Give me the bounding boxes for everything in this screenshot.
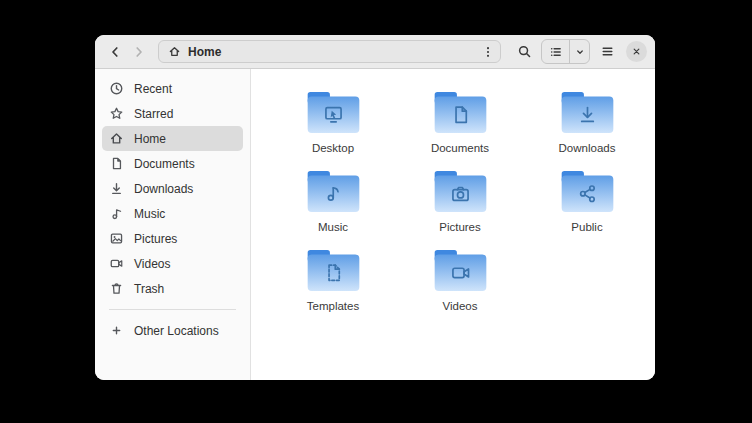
folder-tile-desktop[interactable]: Desktop [277,83,389,162]
folder-icon [559,168,616,215]
kebab-menu-icon [481,45,495,59]
folder-tile-pictures[interactable]: Pictures [404,162,516,241]
main-menu-button[interactable] [595,40,619,64]
folder-name: Documents [431,142,489,154]
folder-tile-documents[interactable]: Documents [404,83,516,162]
plus-icon [109,323,124,338]
sidebar: Recent Starred Home Documents [95,69,251,380]
path-label: Home [188,45,221,59]
file-browser-content[interactable]: Desktop Documents [251,69,655,380]
path-menu-button[interactable] [478,42,498,62]
files-window: Home [95,35,655,380]
picture-icon [109,231,124,246]
main-area: Recent Starred Home Documents [95,69,655,380]
folder-tile-templates[interactable]: Templates [277,241,389,320]
sidebar-item-trash[interactable]: Trash [102,276,243,301]
sidebar-separator [109,309,236,310]
sidebar-item-label: Other Locations [134,324,219,338]
folder-name: Music [318,221,348,233]
sidebar-item-label: Home [134,132,166,146]
folder-name: Public [571,221,602,233]
sidebar-item-documents[interactable]: Documents [102,151,243,176]
folder-name: Videos [443,300,478,312]
sidebar-item-music[interactable]: Music [102,201,243,226]
view-toggle-button[interactable] [542,40,570,63]
path-bar[interactable]: Home [158,40,501,63]
music-note-icon [109,206,124,221]
sidebar-item-other-locations[interactable]: Other Locations [102,318,243,343]
close-button[interactable] [626,41,647,62]
folder-icon [432,247,489,294]
document-icon [109,156,124,171]
forward-button[interactable] [127,40,151,64]
folder-icon [305,247,362,294]
search-icon [517,44,532,59]
sidebar-item-label: Pictures [134,232,177,246]
chevron-left-icon [107,44,123,60]
folder-name: Desktop [312,142,354,154]
chevron-down-icon [574,46,586,58]
list-view-icon [549,45,563,59]
folder-tile-music[interactable]: Music [277,162,389,241]
folder-icon [559,89,616,136]
folder-name: Templates [307,300,359,312]
download-icon [109,181,124,196]
sidebar-item-videos[interactable]: Videos [102,251,243,276]
headerbar: Home [95,35,655,69]
trash-icon [109,281,124,296]
star-icon [109,106,124,121]
sidebar-item-label: Trash [134,282,164,296]
folder-icon [432,89,489,136]
sidebar-item-label: Videos [134,257,170,271]
folder-icon [432,168,489,215]
home-icon [109,131,124,146]
folder-icon [305,168,362,215]
folder-tile-videos[interactable]: Videos [404,241,516,320]
folder-grid: Desktop Documents [277,83,655,320]
sidebar-item-label: Music [134,207,165,221]
view-menu-button[interactable] [570,40,589,63]
folder-icon [305,89,362,136]
sidebar-item-home[interactable]: Home [102,126,243,151]
hamburger-menu-icon [600,44,615,59]
search-button[interactable] [512,40,536,64]
home-icon [168,45,181,58]
folder-name: Downloads [559,142,616,154]
sidebar-item-pictures[interactable]: Pictures [102,226,243,251]
back-button[interactable] [103,40,127,64]
chevron-right-icon [131,44,147,60]
folder-name: Pictures [439,221,481,233]
folder-tile-public[interactable]: Public [531,162,643,241]
sidebar-item-recent[interactable]: Recent [102,76,243,101]
close-icon [631,46,642,57]
sidebar-item-label: Documents [134,157,195,171]
folder-tile-downloads[interactable]: Downloads [531,83,643,162]
sidebar-item-downloads[interactable]: Downloads [102,176,243,201]
sidebar-item-starred[interactable]: Starred [102,101,243,126]
sidebar-item-label: Recent [134,82,172,96]
sidebar-item-label: Starred [134,107,173,121]
view-toggle-group [541,39,590,64]
sidebar-item-label: Downloads [134,182,193,196]
video-icon [109,256,124,271]
clock-icon [109,81,124,96]
